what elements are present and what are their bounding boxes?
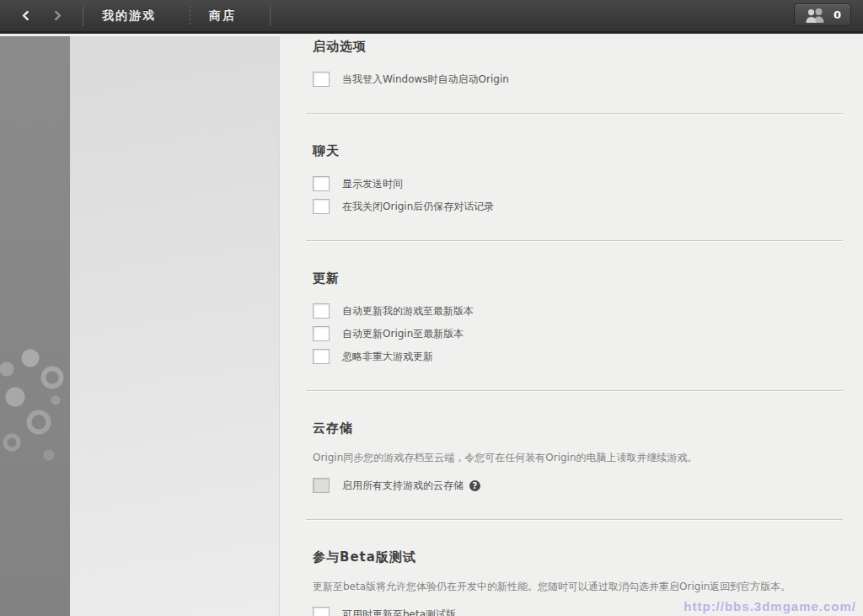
checkbox-auto-update-games[interactable] xyxy=(313,303,330,319)
section-divider xyxy=(306,519,843,521)
section-title-updates: 更新 xyxy=(313,271,843,286)
section-cloud-storage: 云存储 Origin同步您的游戏存档至云端，令您可在任何装有Origin的电脑上… xyxy=(306,420,843,521)
checkbox-row: 在我关闭Origin后仍保存对话记录 xyxy=(313,199,843,214)
section-title-launch-options: 启动选项 xyxy=(313,39,843,54)
section-title-cloud-storage: 云存储 xyxy=(313,420,843,436)
settings-sidebar-panel xyxy=(70,36,280,616)
checkbox-auto-update-origin[interactable] xyxy=(313,326,330,341)
section-updates: 更新 自动更新我的游戏至最新版本 自动更新Origin至最新版本 忽略非重大游戏… xyxy=(306,271,843,392)
checkbox-row: 当我登入Windows时自动启动Origin xyxy=(313,72,843,87)
left-rail-decoration xyxy=(0,36,70,616)
section-divider xyxy=(306,390,843,392)
checkbox-show-timestamps[interactable] xyxy=(313,176,330,191)
chevron-left-icon xyxy=(22,10,33,21)
section-title-chat: 聊天 xyxy=(313,143,843,158)
checkbox-ignore-minor-updates[interactable] xyxy=(313,349,330,364)
section-divider xyxy=(306,113,843,115)
section-title-beta: 参与Beta版测试 xyxy=(313,549,843,565)
nav-arrows xyxy=(15,6,67,26)
cloud-storage-description: Origin同步您的游戏存档至云端，令您可在任何装有Origin的电脑上读取并继… xyxy=(313,452,843,463)
checkbox-group: 当我登入Windows时自动启动Origin xyxy=(313,72,843,87)
section-launch-options: 启动选项 当我登入Windows时自动启动Origin xyxy=(306,39,843,115)
checkbox-row: 自动更新我的游戏至最新版本 xyxy=(313,303,843,319)
settings-content: 启动选项 当我登入Windows时自动启动Origin 聊天 显示发送时间 在我… xyxy=(280,36,863,616)
beta-description: 更新至beta版将允许您体验仍在开发中的新性能。您随时可以通过取消勾选并重启Or… xyxy=(313,581,843,592)
chevron-right-icon xyxy=(51,10,62,21)
checkbox-label-ignore-minor-updates[interactable]: 忽略非重大游戏更新 xyxy=(342,351,433,362)
checkbox-row: 忽略非重大游戏更新 xyxy=(313,349,843,364)
section-chat: 聊天 显示发送时间 在我关闭Origin后仍保存对话记录 xyxy=(306,143,843,242)
section-divider xyxy=(306,240,843,242)
checkbox-label-auto-update-origin[interactable]: 自动更新Origin至最新版本 xyxy=(342,328,464,340)
checkbox-enable-cloud-storage[interactable] xyxy=(313,478,330,493)
checkbox-label-update-to-beta[interactable]: 可用时更新至beta测试版 xyxy=(342,608,456,616)
forward-button[interactable] xyxy=(47,6,67,26)
back-button[interactable] xyxy=(15,6,35,26)
checkbox-row: 显示发送时间 xyxy=(313,176,843,191)
checkbox-keep-chat-history[interactable] xyxy=(313,199,330,214)
friends-count: 0 xyxy=(834,8,841,21)
help-icon[interactable]: ? xyxy=(469,480,480,491)
checkbox-label-autostart-origin[interactable]: 当我登入Windows时自动启动Origin xyxy=(342,73,509,85)
checkbox-update-to-beta[interactable] xyxy=(313,607,330,616)
checkbox-label-enable-cloud-storage[interactable]: 启用所有支持游戏的云存储 xyxy=(342,479,464,491)
friends-icon xyxy=(804,8,827,23)
friends-button[interactable]: 0 xyxy=(794,3,851,26)
checkbox-row: 自动更新Origin至最新版本 xyxy=(313,326,843,341)
checkbox-autostart-origin[interactable] xyxy=(313,72,330,87)
checkbox-label-keep-chat-history[interactable]: 在我关闭Origin后仍保存对话记录 xyxy=(342,201,494,212)
topbar-divider xyxy=(270,6,271,26)
tab-store[interactable]: 商店 xyxy=(190,8,255,24)
checkbox-group: 启用所有支持游戏的云存储 ? xyxy=(313,478,843,493)
top-navigation-bar: 我的游戏 商店 0 xyxy=(0,0,863,34)
checkbox-label-auto-update-games[interactable]: 自动更新我的游戏至最新版本 xyxy=(342,305,474,317)
app-body: 启动选项 当我登入Windows时自动启动Origin 聊天 显示发送时间 在我… xyxy=(0,36,863,616)
checkbox-group: 显示发送时间 在我关闭Origin后仍保存对话记录 xyxy=(313,176,843,214)
checkbox-label-show-timestamps[interactable]: 显示发送时间 xyxy=(342,178,403,190)
watermark: http://bbs.3dmgame.com/ xyxy=(683,599,856,613)
checkbox-group: 自动更新我的游戏至最新版本 自动更新Origin至最新版本 忽略非重大游戏更新 xyxy=(313,303,843,364)
checkbox-row: 启用所有支持游戏的云存储 ? xyxy=(313,478,843,493)
tab-my-games[interactable]: 我的游戏 xyxy=(83,8,174,24)
